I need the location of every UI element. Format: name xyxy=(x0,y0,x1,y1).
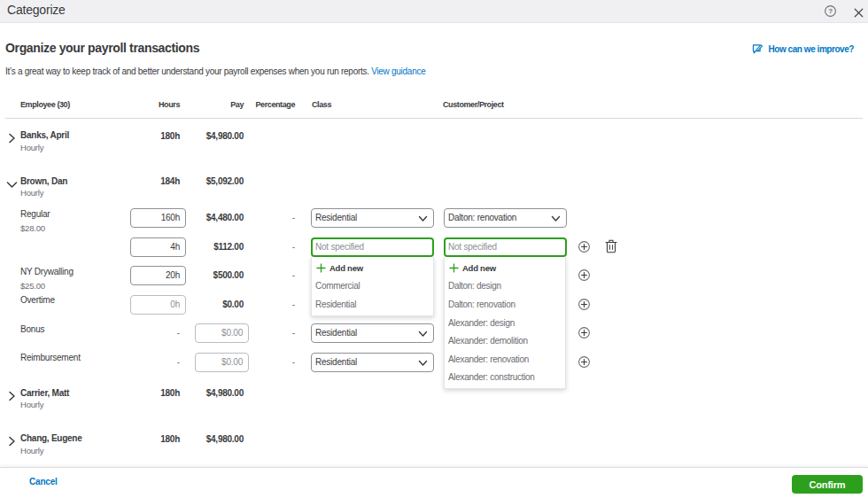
class-dropdown-menu: Add new Commercial Residential xyxy=(311,257,434,316)
chevron-down-icon xyxy=(418,331,428,338)
employee-pay: $4,980.00 xyxy=(5,131,244,141)
help-icon[interactable]: ? xyxy=(825,4,836,16)
delete-row-icon[interactable] xyxy=(605,238,617,253)
menu-item-label: Dalton: design xyxy=(448,281,501,291)
dialog-titlebar: Categorize ? xyxy=(0,0,868,23)
employee-row-chang: Chang, Eugene Hourly 180h $4,980.00 xyxy=(5,433,863,469)
confirm-button[interactable]: Confirm xyxy=(792,475,863,494)
payitem-row-ny-drywalling: NY Drywalling $25.00 20h $500.00 - xyxy=(5,266,863,285)
percentage-value: - xyxy=(5,208,295,228)
employee-row-brown: Brown, Dan Hourly 184h $5,092.00 xyxy=(5,176,863,212)
menu-item[interactable]: Alexander: renovation xyxy=(445,350,565,369)
payitem-row-bonus: Bonus - $0.00 - Residential xyxy=(5,323,863,343)
payitem-row-split: 4h $112.00 - Not specified Not specified xyxy=(5,237,863,257)
page-subtitle: It’s a great way to keep track of and be… xyxy=(5,66,425,76)
dialog-footer: Cancel Confirm xyxy=(0,467,868,498)
menu-item[interactable]: Alexander: design xyxy=(445,314,565,332)
employee-type: Hourly xyxy=(20,188,43,198)
add-row-icon[interactable] xyxy=(578,326,590,338)
cancel-button[interactable]: Cancel xyxy=(29,477,58,486)
menu-item[interactable]: Dalton: renovation xyxy=(445,295,565,314)
col-customer-project: Customer/Project xyxy=(443,100,504,109)
employee-pay: $4,980.00 xyxy=(5,388,244,398)
col-class: Class xyxy=(312,100,331,109)
select-value: Residential xyxy=(315,328,357,338)
table-header: Employee (30) Hours Pay Percentage Class… xyxy=(5,94,863,119)
menu-item-label: Residential xyxy=(315,300,356,309)
class-select[interactable]: Residential xyxy=(311,323,434,343)
view-guidance-link[interactable]: View guidance xyxy=(371,66,425,76)
employee-row-banks: Banks, April Hourly 180h $4,980.00 xyxy=(5,130,863,166)
feedback-label: How can we improve? xyxy=(769,44,854,54)
select-value: Residential xyxy=(315,213,357,222)
percentage-value: - xyxy=(5,266,295,285)
menu-item-label: Alexander: demolition xyxy=(448,336,528,346)
svg-text:?: ? xyxy=(828,7,833,15)
employee-type: Hourly xyxy=(20,446,43,455)
add-row-icon[interactable] xyxy=(578,268,590,280)
class-input-focused[interactable]: Not specified xyxy=(311,237,434,257)
plus-icon xyxy=(316,263,326,273)
percentage-value: - xyxy=(5,353,295,372)
class-select[interactable]: Residential xyxy=(311,353,434,372)
chevron-down-icon xyxy=(418,215,428,222)
close-icon[interactable] xyxy=(854,5,864,15)
customer-select[interactable]: Dalton: renovation xyxy=(444,208,567,228)
chevron-down-icon xyxy=(551,215,561,222)
employee-pay: $5,092.00 xyxy=(5,176,244,186)
col-percentage: Percentage xyxy=(5,100,295,109)
customer-dropdown-menu: Add new Dalton: design Dalton: renovatio… xyxy=(444,257,566,389)
add-row-icon[interactable] xyxy=(578,240,590,252)
menu-item-label: Commercial xyxy=(315,281,360,291)
menu-item-add-new[interactable]: Add new xyxy=(312,259,433,277)
payitem-row-reimbursement: Reimbursement - $0.00 - Residential xyxy=(5,353,863,372)
class-select[interactable]: Residential xyxy=(311,208,434,228)
menu-item-add-new[interactable]: Add new xyxy=(445,259,565,277)
payitem-row-overtime: Overtime 0h $0.00 - xyxy=(5,295,863,315)
add-row-icon[interactable] xyxy=(578,298,590,309)
employee-pay: $4,980.00 xyxy=(5,434,244,444)
employee-type: Hourly xyxy=(20,143,43,152)
percentage-value: - xyxy=(5,237,295,257)
feedback-icon xyxy=(752,43,763,55)
percentage-value: - xyxy=(5,323,295,343)
menu-item-label: Add new xyxy=(462,263,496,273)
menu-item-label: Alexander: construction xyxy=(448,372,535,382)
add-row-icon[interactable] xyxy=(578,355,590,367)
subtitle-text: It’s a great way to keep track of and be… xyxy=(5,66,369,76)
payitem-row-regular: Regular $28.00 160h $4,480.00 - Resident… xyxy=(5,208,863,228)
menu-item[interactable]: Commercial xyxy=(312,277,433,296)
menu-item[interactable]: Alexander: construction xyxy=(445,369,565,387)
menu-item-label: Dalton: renovation xyxy=(448,300,515,309)
feedback-link[interactable]: How can we improve? xyxy=(752,43,854,55)
percentage-value: - xyxy=(5,295,295,315)
chevron-down-icon xyxy=(418,360,428,367)
dialog-title: Categorize xyxy=(7,3,66,17)
menu-item[interactable]: Alexander: demolition xyxy=(445,331,565,350)
menu-item-label: Alexander: design xyxy=(448,318,515,328)
page-title: Organize your payroll transactions xyxy=(5,41,199,55)
customer-input-focused[interactable]: Not specified xyxy=(444,237,567,257)
plus-icon xyxy=(449,263,459,273)
employee-type: Hourly xyxy=(20,400,43,409)
menu-item-label: Alexander: renovation xyxy=(448,354,529,364)
menu-item[interactable]: Residential xyxy=(312,295,433,314)
select-value: Residential xyxy=(315,357,357,367)
menu-item[interactable]: Dalton: design xyxy=(445,277,565,296)
select-value: Dalton: renovation xyxy=(448,213,516,222)
menu-item-label: Add new xyxy=(329,263,363,273)
employee-row-carrier: Carrier, Matt Hourly 180h $4,980.00 xyxy=(5,388,863,424)
